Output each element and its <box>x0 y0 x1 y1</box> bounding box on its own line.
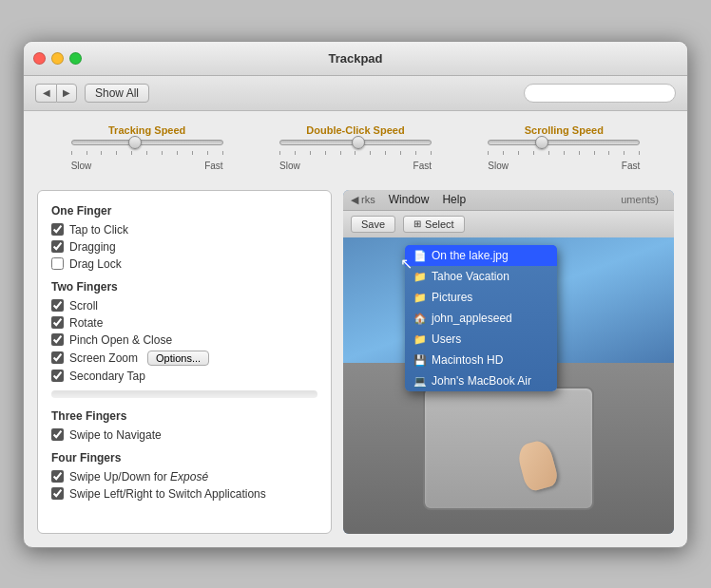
rotate-checkbox[interactable] <box>51 316 64 329</box>
scrolling-speed-track[interactable] <box>488 140 640 145</box>
tracking-fast: Fast <box>204 161 222 171</box>
four-fingers-header: Four Fingers <box>51 451 317 465</box>
swipe-navigate-row: Swipe to Navigate <box>51 428 317 442</box>
rotate-label: Rotate <box>69 316 103 330</box>
rotate-row: Rotate <box>51 316 317 330</box>
select-btn[interactable]: ⊞ Select <box>403 216 465 233</box>
forward-button[interactable]: ▶ <box>56 84 77 103</box>
settings-panel: One Finger Tap to Click Dragging Drag Lo… <box>37 190 332 534</box>
scrolling-fast: Fast <box>622 161 640 171</box>
menu-window: Window <box>389 193 430 206</box>
double-click-speed-label: Double-Click Speed <box>306 124 404 136</box>
drag-lock-label: Drag Lock <box>69 257 122 271</box>
context-item-johns-macbook[interactable]: 💻 John's MacBook Air <box>405 370 557 391</box>
tahoe-icon: 📁 <box>413 270 428 285</box>
tap-to-click-checkbox[interactable] <box>51 223 64 236</box>
close-button[interactable] <box>33 52 46 65</box>
two-fingers-header: Two Fingers <box>51 280 317 294</box>
screen-zoom-options-button[interactable]: Options... <box>147 351 209 366</box>
dragging-label: Dragging <box>69 240 116 254</box>
screen-zoom-row: Screen Zoom Options... <box>51 351 317 366</box>
tracking-minmax: Slow Fast <box>71 161 223 171</box>
dragging-row: Dragging <box>51 240 317 254</box>
double-click-speed-group: Double-Click Speed Slow Fast <box>270 124 441 171</box>
users-icon: 📁 <box>413 332 428 348</box>
preview-partial-text: uments) <box>621 194 659 205</box>
double-click-speed-thumb[interactable] <box>352 136 365 149</box>
window-title: Trackpad <box>328 51 382 66</box>
main-content: One Finger Tap to Click Dragging Drag Lo… <box>24 180 687 547</box>
show-all-button[interactable]: Show All <box>85 84 149 103</box>
scrolling-ticks <box>488 149 640 157</box>
swipe-apps-label: Swipe Left/Right to Switch Applications <box>69 487 266 501</box>
context-menu: 📄 On the lake.jpg 📁 Tahoe Vacation 📁 Pic… <box>405 245 557 391</box>
minimize-button[interactable] <box>51 52 64 65</box>
context-item-john-appleseed[interactable]: 🏠 john_appleseed <box>405 308 557 329</box>
scrolling-minmax: Slow Fast <box>488 161 640 171</box>
scroll-checkbox[interactable] <box>51 299 64 312</box>
cursor-arrow: ↖ <box>400 255 413 273</box>
secondary-tap-checkbox[interactable] <box>51 370 64 382</box>
double-click-speed-track[interactable] <box>279 140 432 145</box>
save-btn[interactable]: Save <box>351 216 395 233</box>
search-input[interactable] <box>532 86 667 100</box>
dragging-checkbox[interactable] <box>51 240 64 253</box>
swipe-expose-checkbox[interactable] <box>51 470 64 483</box>
three-fingers-header: Three Fingers <box>51 409 317 423</box>
secondary-tap-label: Secondary Tap <box>69 370 145 383</box>
screen-zoom-label: Screen Zoom <box>69 351 138 365</box>
tap-to-click-row: Tap to Click <box>51 223 317 237</box>
double-click-ticks <box>279 149 432 157</box>
menu-help: Help <box>442 193 466 206</box>
preview-panel: ◀ rks Window Help uments) Save ⊞ Select <box>343 190 674 534</box>
pinch-open-close-label: Pinch Open & Close <box>69 333 172 347</box>
swipe-apps-checkbox[interactable] <box>51 487 64 500</box>
tracking-speed-label: Tracking Speed <box>108 124 185 136</box>
scrolling-speed-thumb[interactable] <box>535 136 548 149</box>
one-finger-header: One Finger <box>51 204 317 218</box>
trackpad-window: Trackpad ◀ ▶ Show All Tracking Speed <box>23 41 688 548</box>
tracking-speed-group: Tracking Speed Slow Fast <box>62 124 233 171</box>
nav-group: ◀ ▶ <box>35 84 77 103</box>
screen-zoom-checkbox[interactable] <box>51 351 64 364</box>
back-icon: ◀ <box>43 87 50 98</box>
sliders-section: Tracking Speed Slow Fast Double-Click Sp… <box>24 111 687 180</box>
preview-menubar: ◀ rks Window Help uments) <box>343 190 674 211</box>
double-click-minmax: Slow Fast <box>279 161 432 171</box>
swipe-navigate-checkbox[interactable] <box>51 428 64 441</box>
scrolling-slow: Slow <box>488 161 509 171</box>
back-button[interactable]: ◀ <box>35 84 56 103</box>
pinch-open-close-checkbox[interactable] <box>51 333 64 346</box>
scrolling-speed-group: Scrolling Speed Slow Fast <box>478 124 649 171</box>
pinch-open-close-row: Pinch Open & Close <box>51 333 317 347</box>
trackpad-surface <box>423 387 594 510</box>
drag-lock-row: Drag Lock <box>51 257 317 271</box>
swipe-expose-row: Swipe Up/Down for Exposé <box>51 470 317 484</box>
tracking-speed-thumb[interactable] <box>128 136 142 149</box>
menu-bookmarks: ◀ rks <box>351 194 375 206</box>
toolbar: ◀ ▶ Show All <box>24 76 687 111</box>
maximize-button[interactable] <box>69 52 82 65</box>
preview-content-area: Save ⊞ Select ↖ 📄 On the lake.jpg <box>343 211 674 363</box>
context-item-users[interactable]: 📁 Users <box>405 329 557 350</box>
forward-icon: ▶ <box>63 87 70 98</box>
john-appleseed-icon: 🏠 <box>413 312 428 327</box>
tracking-speed-track[interactable] <box>71 140 223 145</box>
finger-tip <box>515 438 560 492</box>
tracking-ticks <box>71 149 223 157</box>
context-item-on-lake[interactable]: 📄 On the lake.jpg <box>405 245 557 266</box>
context-item-tahoe[interactable]: 📁 Tahoe Vacation <box>405 266 557 287</box>
swipe-apps-row: Swipe Left/Right to Switch Applications <box>51 487 317 501</box>
drag-lock-checkbox[interactable] <box>51 257 64 270</box>
context-item-pictures[interactable]: 📁 Pictures <box>405 287 557 308</box>
traffic-lights <box>33 52 82 65</box>
double-click-fast: Fast <box>413 161 432 171</box>
macintosh-hd-icon: 💾 <box>413 353 428 369</box>
context-item-macintosh-hd[interactable]: 💾 Macintosh HD <box>405 350 557 370</box>
pictures-icon: 📁 <box>413 291 428 306</box>
scrolling-speed-label: Scrolling Speed <box>525 124 604 136</box>
scroll-indicator <box>51 390 317 398</box>
tracking-slow: Slow <box>71 161 92 171</box>
tap-to-click-label: Tap to Click <box>69 223 128 237</box>
johns-macbook-icon: 💻 <box>413 374 428 389</box>
